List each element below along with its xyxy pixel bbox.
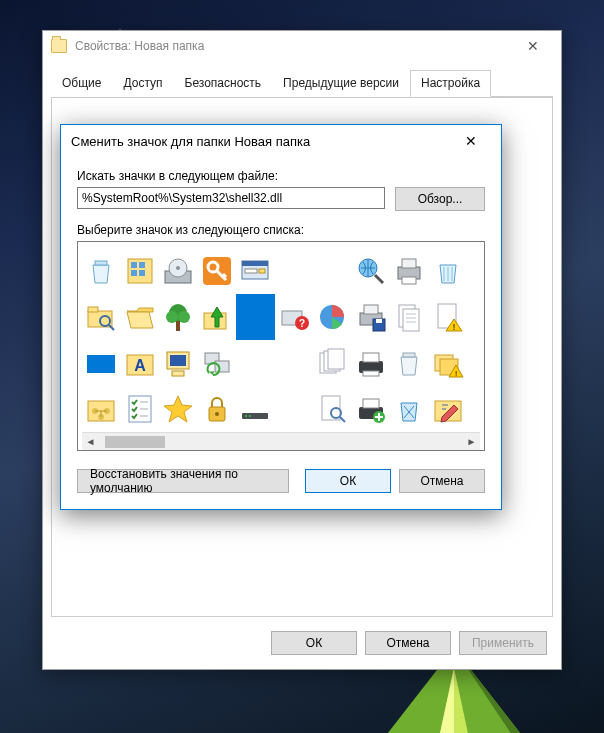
search-label: Искать значки в следующем файле: — [77, 169, 485, 183]
properties-titlebar[interactable]: Свойства: Новая папка ✕ — [43, 31, 561, 61]
icon-magnifier-globe[interactable] — [352, 248, 391, 294]
icon-docs-stack[interactable] — [313, 340, 352, 386]
svg-rect-37 — [364, 305, 378, 314]
icon-run-dialog[interactable] — [236, 248, 275, 294]
properties-title: Свойства: Новая папка — [75, 39, 513, 53]
svg-rect-75 — [249, 415, 251, 417]
svg-rect-74 — [245, 415, 247, 417]
icon-key[interactable] — [198, 248, 237, 294]
icon-font-folder[interactable]: A — [121, 340, 160, 386]
icon-path-input[interactable] — [77, 187, 385, 209]
svg-rect-31 — [241, 303, 269, 331]
svg-marker-70 — [164, 396, 192, 422]
svg-rect-9 — [139, 270, 145, 276]
svg-point-12 — [176, 266, 180, 270]
close-icon[interactable]: ✕ — [513, 32, 553, 60]
icon-network-refresh[interactable] — [198, 340, 237, 386]
icon-printer-plus[interactable] — [352, 386, 391, 432]
svg-rect-21 — [402, 259, 416, 268]
properties-cancel-button[interactable]: Отмена — [365, 631, 451, 655]
svg-rect-6 — [131, 262, 137, 268]
tab-customize[interactable]: Настройка — [410, 70, 491, 97]
cancel-button[interactable]: Отмена — [399, 469, 485, 493]
icon-recycle-bin-empty[interactable] — [82, 248, 121, 294]
svg-rect-24 — [88, 307, 98, 312]
svg-rect-50 — [172, 371, 184, 376]
icon-recycle-blue[interactable] — [390, 386, 429, 432]
svg-rect-16 — [242, 261, 268, 266]
icon-folder-search[interactable] — [82, 294, 121, 340]
svg-rect-17 — [245, 269, 257, 273]
icon-computer-crt[interactable] — [159, 340, 198, 386]
icon-blank — [275, 340, 314, 386]
close-icon[interactable]: ✕ — [451, 126, 491, 156]
tab-security[interactable]: Безопасность — [174, 70, 273, 97]
icon-folders-warning[interactable]: ! — [429, 340, 468, 386]
restore-defaults-button[interactable]: Восстановить значения по умолчанию — [77, 469, 289, 493]
icon-disc-drive[interactable] — [159, 248, 198, 294]
choose-label: Выберите значок из следующего списка: — [77, 223, 485, 237]
icon-blank — [313, 248, 352, 294]
svg-rect-79 — [363, 399, 379, 408]
svg-point-72 — [215, 412, 219, 416]
scroll-left-icon[interactable]: ◄ — [82, 434, 99, 450]
svg-rect-8 — [131, 270, 137, 276]
properties-tabs: Общие Доступ Безопасность Предыдущие вер… — [51, 69, 553, 97]
svg-text:?: ? — [299, 318, 305, 329]
change-icon-titlebar[interactable]: Сменить значок для папки Новая папка ✕ — [61, 125, 501, 157]
svg-rect-58 — [363, 353, 379, 362]
properties-ok-button[interactable]: ОК — [271, 631, 357, 655]
tab-sharing[interactable]: Доступ — [112, 70, 173, 97]
icon-recycle-bin-glass[interactable] — [429, 248, 468, 294]
svg-rect-18 — [259, 269, 265, 273]
icon-printer-flat[interactable] — [352, 340, 391, 386]
icon-tree[interactable] — [159, 294, 198, 340]
icon-padlock[interactable] — [198, 386, 237, 432]
icon-printer[interactable] — [390, 248, 429, 294]
icon-folder-pencil[interactable] — [429, 386, 468, 432]
icon-folder-network[interactable] — [82, 386, 121, 432]
svg-text:!: ! — [452, 322, 455, 332]
icon-blank — [236, 340, 275, 386]
icon-list-scrollbar[interactable]: ◄ ► — [82, 432, 480, 450]
icon-blue-square[interactable] — [236, 294, 275, 340]
tab-general[interactable]: Общие — [51, 70, 112, 97]
svg-rect-22 — [402, 277, 416, 284]
tab-previous-versions[interactable]: Предыдущие версии — [272, 70, 410, 97]
icon-blue-rect[interactable] — [82, 340, 121, 386]
svg-rect-60 — [403, 353, 415, 357]
icon-blank — [275, 248, 314, 294]
change-icon-title: Сменить значок для папки Новая папка — [71, 134, 451, 149]
icon-pie-chart[interactable] — [313, 294, 352, 340]
svg-rect-39 — [376, 319, 382, 323]
svg-rect-52 — [215, 361, 229, 372]
icon-control-panel[interactable] — [121, 248, 160, 294]
icon-doc-warning[interactable]: ! — [429, 294, 468, 340]
icon-folder-up-arrow[interactable] — [198, 294, 237, 340]
svg-text:!: ! — [455, 369, 457, 378]
properties-apply-button: Применить — [459, 631, 547, 655]
svg-rect-41 — [403, 309, 419, 331]
ok-button[interactable]: ОК — [305, 469, 391, 493]
scroll-thumb[interactable] — [105, 436, 165, 448]
icon-folder-open-yellow[interactable] — [121, 294, 160, 340]
svg-rect-4 — [95, 261, 107, 265]
icon-blank — [275, 386, 314, 432]
browse-button[interactable]: Обзор... — [395, 187, 485, 211]
icon-recycle-bin[interactable] — [390, 340, 429, 386]
icon-device-bar[interactable] — [236, 386, 275, 432]
svg-rect-7 — [139, 262, 145, 268]
svg-rect-59 — [363, 371, 379, 376]
icon-doc-search[interactable] — [313, 386, 352, 432]
icon-list: ?!A! ◄ ► — [77, 241, 485, 451]
icon-checklist[interactable] — [121, 386, 160, 432]
scroll-right-icon[interactable]: ► — [463, 434, 480, 450]
icon-help-device[interactable]: ? — [275, 294, 314, 340]
icon-printer-save[interactable] — [352, 294, 391, 340]
change-icon-dialog: Сменить значок для папки Новая папка ✕ И… — [60, 124, 502, 510]
svg-rect-29 — [176, 321, 180, 331]
icon-documents[interactable] — [390, 294, 429, 340]
svg-text:A: A — [134, 357, 146, 374]
icon-star[interactable] — [159, 386, 198, 432]
svg-rect-56 — [328, 349, 344, 369]
